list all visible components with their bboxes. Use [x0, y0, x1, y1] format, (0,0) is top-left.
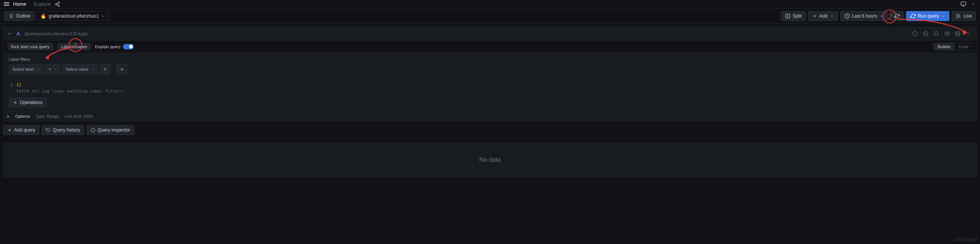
sync-icon	[910, 13, 916, 19]
eye-icon[interactable]	[943, 29, 951, 38]
datasource-picker[interactable]: 🔥 grafanacloud-yifanzhuo1	[37, 11, 108, 21]
menu-icon[interactable]	[4, 2, 9, 6]
drag-icon[interactable]	[964, 29, 973, 38]
svg-point-0	[58, 2, 60, 3]
datasource-name: grafanacloud-yifanzhuo1	[49, 13, 99, 19]
query-inspector-button[interactable]: Query inspector	[87, 125, 134, 135]
query-preview: 1 {} Fetch all log lines matching label …	[3, 78, 977, 98]
outline-label: Outline	[16, 13, 30, 19]
no-data-text: No data	[479, 156, 501, 163]
play-icon	[956, 13, 961, 19]
label-browser-button[interactable]: Label browser	[57, 43, 91, 50]
loki-icon: 🔥	[40, 13, 46, 19]
split-button[interactable]: Split	[781, 11, 806, 21]
svg-point-32	[969, 35, 970, 36]
clock-icon	[844, 13, 850, 19]
list-icon	[8, 13, 13, 19]
chevron-down-icon	[880, 14, 883, 18]
code-hint: Fetch all log lines matching label filte…	[16, 89, 126, 94]
query-history-button[interactable]: Query history	[42, 125, 84, 135]
query-datasource-hint: (grafanacloud-yifanzhuo135-logs)	[25, 31, 87, 36]
breadcrumb-sep: ›	[29, 2, 31, 6]
options-chevron[interactable]: ▶	[7, 114, 10, 118]
builder-mode[interactable]: Builder	[934, 43, 954, 50]
svg-point-1	[56, 3, 57, 5]
options-type: Type: Range	[35, 114, 59, 119]
refresh-icon	[894, 13, 900, 19]
settings-icon[interactable]	[954, 29, 962, 38]
select-value-dropdown[interactable]: Select value	[62, 64, 98, 74]
plus-icon	[119, 67, 124, 72]
query-history-label: Query history	[53, 127, 80, 133]
create-alert-icon[interactable]	[932, 29, 941, 38]
columns-icon	[785, 13, 790, 19]
svg-marker-19	[957, 14, 960, 18]
run-query-label: Run query	[918, 13, 939, 19]
timerange-label: Last 6 hours	[852, 13, 877, 19]
line-number: 1	[9, 82, 13, 94]
svg-point-31	[967, 35, 968, 36]
inspector-icon	[91, 128, 95, 132]
options-line-limit: Line limit: 1000	[64, 114, 93, 119]
chevron-down-icon	[53, 67, 57, 71]
code-braces: {}	[16, 82, 21, 87]
code-mode[interactable]: Code	[955, 43, 972, 50]
add-filter-button[interactable]	[116, 64, 127, 75]
plus-icon	[7, 128, 12, 132]
no-data-panel: No data	[3, 143, 977, 177]
breadcrumb-home[interactable]: Home	[13, 1, 26, 7]
svg-line-24	[924, 32, 927, 35]
outline-button[interactable]: Outline	[4, 11, 34, 21]
svg-rect-5	[961, 2, 966, 5]
chevron-down-icon[interactable]	[970, 1, 976, 7]
share-icon[interactable]	[54, 1, 61, 7]
timerange-button[interactable]: Last 6 hours	[840, 11, 888, 21]
x-icon	[103, 67, 107, 72]
monitor-icon[interactable]	[960, 1, 966, 7]
explain-toggle[interactable]	[123, 44, 134, 49]
add-query-label: Add query	[14, 127, 35, 133]
kick-start-button[interactable]: Kick start your query	[7, 43, 53, 50]
select-label-dropdown[interactable]: Select label	[9, 64, 44, 74]
watermark: CSDN @赋洋	[954, 237, 978, 242]
operations-label: Operations	[20, 100, 43, 105]
svg-point-26	[957, 33, 959, 34]
disable-icon[interactable]	[921, 29, 930, 38]
add-button[interactable]: Add	[808, 11, 838, 21]
query-inspector-label: Query inspector	[98, 127, 130, 133]
chevron-down-icon	[91, 67, 95, 71]
refresh-button[interactable]	[890, 11, 904, 21]
run-query-button[interactable]: Run query	[906, 11, 949, 21]
svg-line-4	[57, 3, 58, 3]
plus-icon	[812, 14, 817, 18]
operations-button[interactable]: Operations	[9, 98, 47, 107]
split-label: Split	[793, 13, 802, 19]
svg-point-29	[967, 33, 968, 34]
add-query-button[interactable]: Add query	[3, 125, 39, 135]
svg-point-28	[969, 32, 970, 33]
chevron-down-icon	[101, 14, 105, 18]
svg-point-27	[967, 32, 968, 33]
svg-line-3	[57, 4, 58, 5]
operator-dropdown[interactable]: =	[45, 64, 61, 74]
chevron-down-icon	[36, 67, 40, 71]
svg-point-30	[969, 33, 970, 34]
explain-label: Explain query	[95, 44, 121, 49]
live-label: Live	[964, 13, 972, 19]
label-filters-title: Label filters	[9, 57, 971, 62]
chevron-down-icon	[830, 14, 834, 18]
remove-filter-button[interactable]	[100, 64, 110, 75]
live-button[interactable]: Live	[952, 11, 976, 21]
chevron-down-icon	[941, 14, 945, 18]
options-label[interactable]: Options	[15, 114, 30, 119]
svg-point-25	[946, 33, 948, 34]
add-label: Add	[819, 13, 827, 19]
breadcrumb: Home › Explore	[13, 1, 51, 7]
plus-icon	[13, 100, 18, 105]
mode-switch: Builder Code	[933, 43, 973, 50]
breadcrumb-current: Explore	[34, 1, 51, 7]
hint-icon[interactable]	[911, 29, 919, 38]
collapse-icon[interactable]	[7, 31, 12, 36]
query-letter: A	[16, 31, 20, 37]
svg-point-2	[58, 5, 60, 6]
